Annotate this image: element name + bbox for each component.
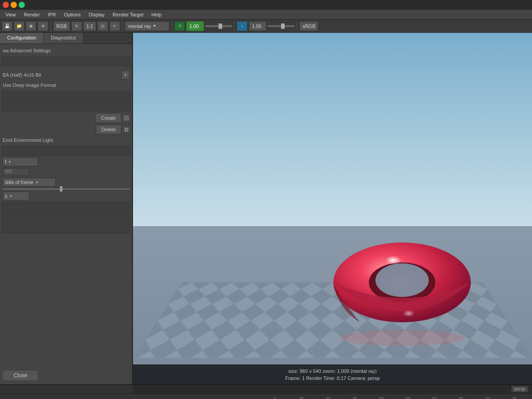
menu-bar: View Render IPR Options Display Render T… — [0, 10, 532, 20]
torus-svg — [316, 207, 484, 349]
tab-configuration[interactable]: Configuration — [0, 33, 43, 43]
render-status-bar: size: 960 x 540 zoom: 1.000 (mental ray)… — [133, 364, 532, 384]
render-view: size: 960 x 540 zoom: 1.000 (mental ray)… — [133, 33, 532, 384]
menu-help[interactable]: Help — [148, 11, 165, 18]
toolbar-separator-2 — [122, 22, 123, 31]
emit-env-light-label: Emit Environment Light — [3, 137, 129, 143]
output-slider-area[interactable] — [268, 25, 294, 27]
output-value-box[interactable]: 1.00 — [249, 21, 266, 31]
mid-frame-value: ddle of frame — [5, 180, 33, 185]
panel-content: ow Advanced Settings BA (Half) 4x16 Bit … — [0, 44, 132, 367]
create-button[interactable]: Create — [95, 113, 121, 123]
num-input-field[interactable]: 000 — [3, 168, 29, 176]
close-button[interactable]: Close — [3, 370, 38, 381]
torus-specular-bottom — [403, 310, 415, 317]
delete-icon-btn[interactable]: ⊡ — [123, 126, 129, 133]
ruler-tick-40: 40 — [324, 396, 332, 399]
menu-view[interactable]: View — [2, 11, 20, 18]
renderer-select[interactable]: mental ray ▼ — [125, 21, 169, 31]
close-btn-row: Close — [0, 367, 132, 384]
s-dropdown-row: s ▼ — [0, 191, 132, 201]
image-format-dropdown[interactable]: ▼ — [121, 70, 129, 79]
delete-button[interactable]: Delete — [96, 125, 121, 134]
dropdown-f-arrow: ▼ — [8, 160, 12, 164]
panel-gray-1 — [2, 202, 130, 212]
create-checkbox[interactable] — [123, 115, 129, 121]
image-format-row: BA (Half) 4x16 Bit ▼ — [0, 70, 132, 80]
torus-shadow — [340, 330, 464, 346]
panel-slider[interactable] — [3, 188, 129, 190]
use-deep-image-row: Use Deep Image Format — [0, 80, 132, 90]
tb-color-icon[interactable]: ◈ — [237, 21, 247, 31]
tb-grid-btn[interactable]: ▦ — [26, 21, 36, 31]
ruler-tick-45: 45 — [350, 396, 359, 399]
channel-select[interactable]: RGB — [53, 21, 70, 31]
dropdown-f[interactable]: f ▼ — [3, 157, 38, 166]
ruler-tick-75: 75 — [510, 396, 519, 399]
menu-ipr[interactable]: IPR — [44, 11, 59, 18]
viewport-persp-label: persp — [511, 386, 528, 392]
exposure-value-box[interactable]: 1.00 — [186, 21, 204, 31]
panel-slider-thumb[interactable] — [60, 186, 63, 192]
toolbar: 💾 📁 ▦ ⊞ RGB ↻ 1:1 ⊡ ⊢ mental ray ▼ ↺ 1.0… — [0, 20, 532, 33]
render-status-line1: size: 960 x 540 zoom: 1.000 (mental ray) — [288, 368, 376, 375]
tb-snap2-btn[interactable]: ⊢ — [110, 21, 120, 31]
left-panel: Configuration Diagnostics ow Advanced Se… — [0, 33, 133, 384]
maximize-window-btn[interactable] — [19, 2, 25, 8]
toolbar-separator-5 — [297, 22, 297, 31]
s-dropdown[interactable]: s ▼ — [3, 192, 29, 200]
menu-options[interactable]: Options — [60, 11, 84, 18]
torus-specular-top — [385, 256, 401, 265]
toolbar-separator-4 — [234, 22, 235, 31]
deep-image-field-1[interactable] — [2, 91, 130, 101]
toolbar-separator-1 — [51, 22, 51, 31]
output-slider-thumb[interactable] — [281, 23, 285, 29]
emit-env-light-row: Emit Environment Light — [0, 135, 132, 145]
image-format-dropdown-arrow: ▼ — [124, 73, 127, 77]
create-row: Create — [0, 112, 132, 124]
close-window-btn[interactable] — [3, 2, 9, 8]
ruler-tick-60: 60 — [430, 396, 439, 399]
menu-display[interactable]: Display — [85, 11, 108, 18]
ratio-display[interactable]: 1:1 — [83, 21, 96, 31]
renderer-label: mental ray — [128, 23, 151, 29]
toolbar-separator-3 — [172, 22, 172, 31]
mid-frame-dropdown[interactable]: ddle of frame ▼ — [3, 178, 56, 187]
tab-diagnostics[interactable]: Diagnostics — [43, 33, 83, 43]
ruler-tick-0: 0 — [270, 396, 279, 399]
menu-render[interactable]: Render — [20, 11, 43, 18]
minimize-window-btn[interactable] — [11, 2, 17, 8]
torus-object — [316, 207, 484, 349]
panel-tabs: Configuration Diagnostics — [0, 33, 132, 44]
tb-snap-btn[interactable]: ⊞ — [38, 21, 48, 31]
tb-frame-btn[interactable]: ⊡ — [98, 21, 108, 31]
exposure-slider-thumb[interactable] — [219, 23, 222, 29]
mid-frame-row: ddle of frame ▼ — [0, 177, 132, 188]
s-dropdown-value: s — [5, 193, 8, 199]
num-field-row: 000 — [0, 167, 132, 177]
menu-render-target[interactable]: Render Target — [109, 11, 147, 18]
output-slider[interactable] — [268, 25, 294, 27]
exposure-slider[interactable] — [205, 25, 232, 27]
render-canvas: size: 960 x 540 zoom: 1.000 (mental ray)… — [133, 33, 532, 384]
ruler-tick-area: 0 35 40 45 50 55 60 65 70 75 80 85 90 95… — [133, 396, 532, 399]
tb-arrow-btn[interactable]: ↻ — [71, 21, 82, 31]
s-dropdown-arrow: ▼ — [9, 194, 13, 198]
tb-refresh-icon[interactable]: ↺ — [174, 21, 185, 31]
exposure-slider-area[interactable] — [205, 25, 232, 27]
deep-image-field-2[interactable] — [2, 102, 130, 111]
renderer-dropdown-arrow: ▼ — [153, 24, 156, 28]
advanced-settings-field[interactable] — [2, 56, 130, 66]
main-layout: Configuration Diagnostics ow Advanced Se… — [0, 33, 532, 384]
use-deep-image-label: Use Deep Image Format — [3, 82, 129, 88]
ruler-tick-65: 65 — [457, 396, 466, 399]
torus-hole-sky — [376, 263, 429, 297]
emit-env-field[interactable] — [2, 146, 130, 156]
timeline-ruler: 0 35 40 45 50 55 60 65 70 75 80 85 90 95… — [0, 393, 532, 399]
delete-row: Delete ⊡ — [0, 124, 132, 135]
dropdown-f-value: f — [5, 159, 6, 164]
sky-background — [133, 33, 532, 226]
colorspace-display[interactable]: sRGB — [299, 21, 318, 31]
tb-save-btn[interactable]: 💾 — [2, 21, 12, 31]
tb-open-btn[interactable]: 📁 — [14, 21, 24, 31]
